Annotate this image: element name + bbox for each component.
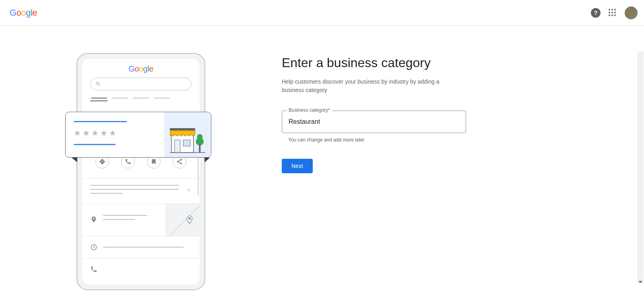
svg-point-0 — [188, 217, 191, 220]
chevron-right-icon — [186, 187, 192, 195]
phone-tabs — [82, 90, 200, 98]
page-description: Help customers discover your business by… — [282, 78, 459, 94]
page-scrollbar[interactable] — [637, 51, 644, 284]
svg-rect-4 — [175, 140, 180, 152]
phone-icon — [90, 266, 97, 273]
phone-location-row — [82, 203, 200, 236]
header-actions: ? — [591, 6, 638, 19]
map-pin-icon — [90, 216, 97, 223]
account-avatar[interactable] — [625, 6, 638, 19]
field-helper-text: You can change and add more later — [288, 137, 644, 143]
scroll-down-arrow-icon — [638, 281, 642, 283]
main-content: Google — [0, 26, 644, 291]
phone-mockup: Google — [76, 53, 205, 290]
svg-rect-3 — [170, 128, 195, 130]
map-pin-outline-icon — [185, 215, 194, 226]
business-category-field-wrap: Business category* — [282, 111, 466, 133]
rating-stars — [74, 129, 156, 137]
google-apps-icon[interactable] — [608, 8, 617, 18]
card-shadow-left — [72, 158, 77, 162]
phone-screen: Google — [82, 59, 200, 285]
help-icon[interactable]: ? — [591, 8, 601, 18]
next-button[interactable]: Next — [282, 159, 313, 173]
business-category-input[interactable] — [282, 111, 466, 133]
phone-search-bar — [90, 78, 192, 90]
svg-point-7 — [196, 137, 204, 146]
phone-hours-row — [82, 236, 200, 258]
form-panel: Enter a business category Help customers… — [282, 26, 644, 291]
illustration-panel: Google — [0, 26, 282, 291]
phone-info-section — [82, 178, 200, 203]
app-header: Google ? — [0, 0, 644, 26]
phone-google-logo: Google — [82, 59, 200, 78]
phone-number-row — [82, 258, 200, 280]
shop-illustration — [164, 112, 211, 157]
clock-icon — [90, 244, 97, 251]
svg-rect-8 — [199, 144, 200, 152]
google-logo[interactable]: Google — [10, 8, 37, 18]
business-category-label: Business category* — [287, 107, 332, 113]
card-shadow-right — [204, 158, 210, 162]
search-icon — [95, 81, 101, 87]
page-heading: Enter a business category — [282, 55, 644, 70]
business-card-overlay — [65, 112, 211, 158]
svg-rect-5 — [183, 140, 190, 146]
map-thumbnail — [165, 204, 200, 236]
